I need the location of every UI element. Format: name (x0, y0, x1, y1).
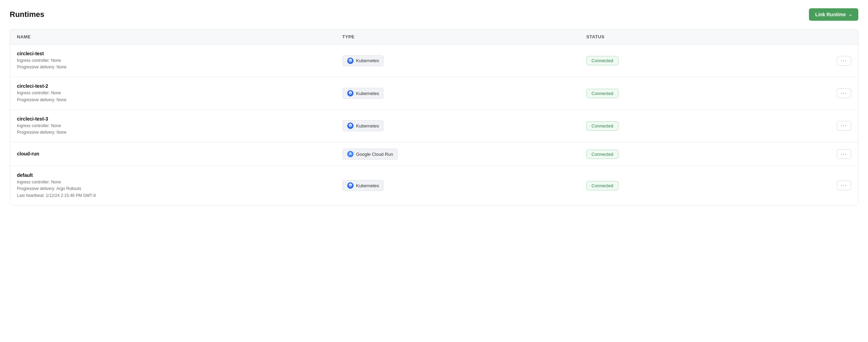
type-badge: Kubernetes (342, 55, 384, 66)
more-options-button[interactable]: ··· (837, 149, 851, 159)
runtime-meta: Ingress controller: None Progressive del… (17, 90, 342, 103)
runtime-name-cell: circleci-test-2 Ingress controller: None… (17, 83, 342, 103)
col-header-type: Type (342, 34, 586, 39)
actions-cell: ··· (830, 121, 851, 131)
runtimes-table: Name Type Status circleci-test Ingress c… (10, 29, 858, 206)
status-badge: Connected (586, 121, 619, 131)
runtime-type-cell: Kubernetes (342, 120, 586, 131)
svg-point-25 (350, 154, 351, 155)
runtime-name: circleci-test (17, 51, 342, 56)
kubernetes-icon (347, 182, 354, 189)
table-row: cloud-run Google Cloud Run Connected ··· (10, 142, 858, 166)
chevron-down-icon: ⌄ (849, 12, 852, 17)
table-row: circleci-test-2 Ingress controller: None… (10, 77, 858, 110)
more-options-button[interactable]: ··· (837, 88, 851, 98)
runtime-name: cloud-run (17, 151, 342, 156)
runtime-name-cell: circleci-test-3 Ingress controller: None… (17, 116, 342, 136)
runtime-status-cell: Connected (586, 150, 830, 159)
runtime-status-cell: Connected (586, 89, 830, 98)
status-badge: Connected (586, 89, 619, 98)
more-options-button[interactable]: ··· (837, 181, 851, 190)
kubernetes-icon (347, 122, 354, 129)
type-badge: Kubernetes (342, 120, 384, 131)
table-header: Name Type Status (10, 29, 858, 45)
runtime-meta: Ingress controller: None Progressive del… (17, 179, 342, 199)
type-badge: Kubernetes (342, 88, 384, 99)
page-title: Runtimes (10, 10, 44, 19)
col-header-status: Status (586, 34, 830, 39)
runtime-name: default (17, 172, 342, 178)
runtime-type-cell: Kubernetes (342, 180, 586, 191)
runtime-meta: Ingress controller: None Progressive del… (17, 123, 342, 136)
type-label: Kubernetes (356, 183, 379, 188)
runtime-name-cell: cloud-run (17, 151, 342, 158)
kubernetes-icon (347, 90, 354, 97)
type-label: Kubernetes (356, 123, 379, 129)
link-runtime-label: Link Runtime (815, 12, 846, 17)
runtime-meta: Ingress controller: None Progressive del… (17, 57, 342, 70)
runtime-status-cell: Connected (586, 181, 830, 190)
runtime-name: circleci-test-3 (17, 116, 342, 122)
kubernetes-icon (347, 57, 354, 64)
runtime-name-cell: circleci-test Ingress controller: None P… (17, 51, 342, 70)
link-runtime-button[interactable]: Link Runtime ⌄ (809, 8, 858, 21)
runtime-type-cell: Kubernetes (342, 88, 586, 99)
actions-cell: ··· (830, 149, 851, 159)
type-label: Kubernetes (356, 58, 379, 63)
actions-cell: ··· (830, 56, 851, 66)
actions-cell: ··· (830, 88, 851, 98)
type-badge: Kubernetes (342, 180, 384, 191)
status-badge: Connected (586, 56, 619, 65)
table-row: circleci-test-3 Ingress controller: None… (10, 110, 858, 142)
status-badge: Connected (586, 150, 619, 159)
status-badge: Connected (586, 181, 619, 190)
table-row: circleci-test Ingress controller: None P… (10, 45, 858, 77)
more-options-button[interactable]: ··· (837, 56, 851, 66)
runtime-status-cell: Connected (586, 56, 830, 65)
table-row: default Ingress controller: None Progres… (10, 166, 858, 205)
runtime-type-cell: Google Cloud Run (342, 149, 586, 160)
type-label: Kubernetes (356, 91, 379, 96)
runtime-type-cell: Kubernetes (342, 55, 586, 66)
actions-cell: ··· (830, 181, 851, 190)
type-label: Google Cloud Run (356, 152, 393, 157)
more-options-button[interactable]: ··· (837, 121, 851, 131)
type-badge: Google Cloud Run (342, 149, 398, 160)
col-header-name: Name (17, 34, 342, 39)
google-cloud-run-icon (347, 151, 354, 158)
runtime-status-cell: Connected (586, 121, 830, 131)
runtime-name-cell: default Ingress controller: None Progres… (17, 172, 342, 199)
runtime-name: circleci-test-2 (17, 83, 342, 89)
